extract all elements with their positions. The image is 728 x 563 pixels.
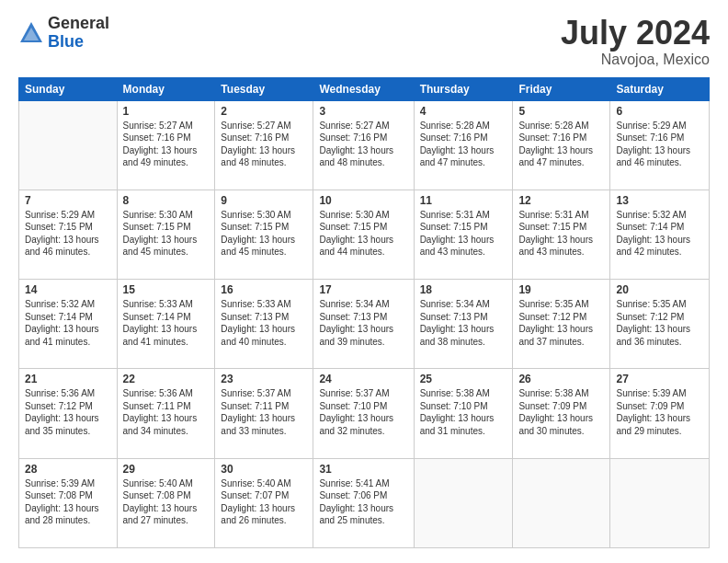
day-info: Sunrise: 5:28 AMSunset: 7:16 PMDaylight:… [518, 120, 604, 169]
calendar-cell: 8Sunrise: 5:30 AMSunset: 7:15 PMDaylight… [117, 190, 215, 279]
day-info: Sunrise: 5:38 AMSunset: 7:10 PMDaylight:… [420, 387, 507, 437]
day-info: Sunrise: 5:31 AMSunset: 7:15 PMDaylight:… [420, 209, 507, 259]
page: General Blue July 2024 Navojoa, Mexico S… [0, 0, 728, 563]
title-block: July 2024 Navojoa, Mexico [561, 15, 710, 68]
day-number: 14 [25, 283, 111, 296]
calendar-cell [610, 458, 710, 547]
day-info: Sunrise: 5:39 AMSunset: 7:09 PMDaylight:… [616, 387, 703, 437]
day-header-friday: Friday [513, 77, 610, 100]
calendar-cell: 24Sunrise: 5:37 AMSunset: 7:10 PMDayligh… [313, 369, 414, 458]
day-number: 24 [319, 373, 407, 385]
day-info: Sunrise: 5:33 AMSunset: 7:14 PMDaylight:… [123, 298, 210, 348]
day-info: Sunrise: 5:34 AMSunset: 7:13 PMDaylight:… [420, 298, 507, 348]
calendar-cell: 12Sunrise: 5:31 AMSunset: 7:15 PMDayligh… [513, 190, 610, 279]
calendar-week-5: 28Sunrise: 5:39 AMSunset: 7:08 PMDayligh… [19, 458, 710, 547]
calendar-cell: 9Sunrise: 5:30 AMSunset: 7:15 PMDaylight… [215, 190, 313, 279]
calendar-cell: 19Sunrise: 5:35 AMSunset: 7:12 PMDayligh… [513, 280, 610, 369]
calendar-week-4: 21Sunrise: 5:36 AMSunset: 7:12 PMDayligh… [19, 369, 710, 458]
day-number: 12 [518, 194, 604, 207]
calendar-cell: 5Sunrise: 5:28 AMSunset: 7:16 PMDaylight… [513, 100, 610, 190]
calendar-cell: 22Sunrise: 5:36 AMSunset: 7:11 PMDayligh… [117, 369, 215, 458]
day-number: 9 [221, 194, 307, 207]
day-number: 29 [123, 463, 210, 476]
day-info: Sunrise: 5:36 AMSunset: 7:11 PMDaylight:… [123, 387, 210, 437]
day-number: 7 [25, 194, 111, 207]
day-info: Sunrise: 5:40 AMSunset: 7:07 PMDaylight:… [221, 477, 307, 527]
day-header-sunday: Sunday [19, 77, 118, 100]
day-number: 19 [518, 283, 604, 296]
calendar-cell: 18Sunrise: 5:34 AMSunset: 7:13 PMDayligh… [414, 280, 513, 369]
day-info: Sunrise: 5:32 AMSunset: 7:14 PMDaylight:… [25, 298, 111, 348]
day-number: 25 [420, 373, 507, 385]
day-number: 27 [616, 373, 703, 385]
logo-general: General [48, 15, 109, 33]
calendar-cell: 1Sunrise: 5:27 AMSunset: 7:16 PMDaylight… [117, 100, 215, 190]
calendar-cell: 17Sunrise: 5:34 AMSunset: 7:13 PMDayligh… [313, 280, 414, 369]
calendar-cell: 13Sunrise: 5:32 AMSunset: 7:14 PMDayligh… [610, 190, 710, 279]
day-info: Sunrise: 5:40 AMSunset: 7:08 PMDaylight:… [123, 477, 210, 527]
day-number: 4 [420, 105, 507, 118]
day-info: Sunrise: 5:38 AMSunset: 7:09 PMDaylight:… [518, 387, 604, 437]
day-number: 13 [616, 194, 703, 207]
calendar-cell: 2Sunrise: 5:27 AMSunset: 7:16 PMDaylight… [215, 100, 313, 190]
logo-blue: Blue [48, 33, 109, 52]
day-info: Sunrise: 5:27 AMSunset: 7:16 PMDaylight:… [123, 120, 210, 169]
calendar-cell: 7Sunrise: 5:29 AMSunset: 7:15 PMDaylight… [19, 190, 118, 279]
calendar-cell: 25Sunrise: 5:38 AMSunset: 7:10 PMDayligh… [414, 369, 513, 458]
day-header-thursday: Thursday [414, 77, 513, 100]
day-number: 16 [221, 283, 307, 296]
header: General Blue July 2024 Navojoa, Mexico [18, 15, 710, 68]
calendar-cell: 11Sunrise: 5:31 AMSunset: 7:15 PMDayligh… [414, 190, 513, 279]
calendar-cell: 10Sunrise: 5:30 AMSunset: 7:15 PMDayligh… [313, 190, 414, 279]
calendar-cell: 28Sunrise: 5:39 AMSunset: 7:08 PMDayligh… [19, 458, 118, 547]
calendar-week-2: 7Sunrise: 5:29 AMSunset: 7:15 PMDaylight… [19, 190, 710, 279]
day-info: Sunrise: 5:27 AMSunset: 7:16 PMDaylight:… [319, 120, 407, 169]
logo-icon [18, 20, 44, 46]
day-number: 31 [319, 463, 407, 476]
day-number: 20 [616, 283, 703, 296]
day-number: 26 [518, 373, 604, 385]
calendar-cell: 3Sunrise: 5:27 AMSunset: 7:16 PMDaylight… [313, 100, 414, 190]
calendar-cell: 4Sunrise: 5:28 AMSunset: 7:16 PMDaylight… [414, 100, 513, 190]
day-info: Sunrise: 5:37 AMSunset: 7:10 PMDaylight:… [319, 387, 407, 437]
day-header-tuesday: Tuesday [215, 77, 313, 100]
calendar-cell: 20Sunrise: 5:35 AMSunset: 7:12 PMDayligh… [610, 280, 710, 369]
day-number: 23 [221, 373, 307, 385]
day-number: 15 [123, 283, 210, 296]
day-info: Sunrise: 5:35 AMSunset: 7:12 PMDaylight:… [616, 298, 703, 348]
day-number: 11 [420, 194, 507, 207]
calendar-cell: 30Sunrise: 5:40 AMSunset: 7:07 PMDayligh… [215, 458, 313, 547]
day-info: Sunrise: 5:34 AMSunset: 7:13 PMDaylight:… [319, 298, 407, 348]
day-info: Sunrise: 5:41 AMSunset: 7:06 PMDaylight:… [319, 477, 407, 527]
day-header-wednesday: Wednesday [313, 77, 414, 100]
calendar-cell: 6Sunrise: 5:29 AMSunset: 7:16 PMDaylight… [610, 100, 710, 190]
day-number: 21 [25, 373, 111, 385]
calendar-cell: 23Sunrise: 5:37 AMSunset: 7:11 PMDayligh… [215, 369, 313, 458]
calendar-cell: 31Sunrise: 5:41 AMSunset: 7:06 PMDayligh… [313, 458, 414, 547]
day-info: Sunrise: 5:36 AMSunset: 7:12 PMDaylight:… [25, 387, 111, 437]
day-info: Sunrise: 5:31 AMSunset: 7:15 PMDaylight:… [518, 209, 604, 259]
day-info: Sunrise: 5:37 AMSunset: 7:11 PMDaylight:… [221, 387, 307, 437]
day-number: 28 [25, 463, 111, 476]
day-info: Sunrise: 5:30 AMSunset: 7:15 PMDaylight:… [221, 209, 307, 259]
day-number: 30 [221, 463, 307, 476]
day-info: Sunrise: 5:28 AMSunset: 7:16 PMDaylight:… [420, 120, 507, 169]
day-header-saturday: Saturday [610, 77, 710, 100]
calendar-cell [414, 458, 513, 547]
day-info: Sunrise: 5:39 AMSunset: 7:08 PMDaylight:… [25, 477, 111, 527]
day-number: 17 [319, 283, 407, 296]
day-number: 2 [221, 105, 307, 118]
calendar-week-3: 14Sunrise: 5:32 AMSunset: 7:14 PMDayligh… [19, 280, 710, 369]
day-number: 6 [616, 105, 703, 118]
calendar-cell [19, 100, 118, 190]
day-info: Sunrise: 5:29 AMSunset: 7:16 PMDaylight:… [616, 120, 703, 169]
day-number: 22 [123, 373, 210, 385]
day-info: Sunrise: 5:30 AMSunset: 7:15 PMDaylight:… [123, 209, 210, 259]
calendar-cell: 14Sunrise: 5:32 AMSunset: 7:14 PMDayligh… [19, 280, 118, 369]
calendar-cell: 16Sunrise: 5:33 AMSunset: 7:13 PMDayligh… [215, 280, 313, 369]
calendar-cell: 21Sunrise: 5:36 AMSunset: 7:12 PMDayligh… [19, 369, 118, 458]
day-info: Sunrise: 5:32 AMSunset: 7:14 PMDaylight:… [616, 209, 703, 259]
calendar-header-row: SundayMondayTuesdayWednesdayThursdayFrid… [19, 77, 710, 100]
day-number: 18 [420, 283, 507, 296]
day-info: Sunrise: 5:33 AMSunset: 7:13 PMDaylight:… [221, 298, 307, 348]
